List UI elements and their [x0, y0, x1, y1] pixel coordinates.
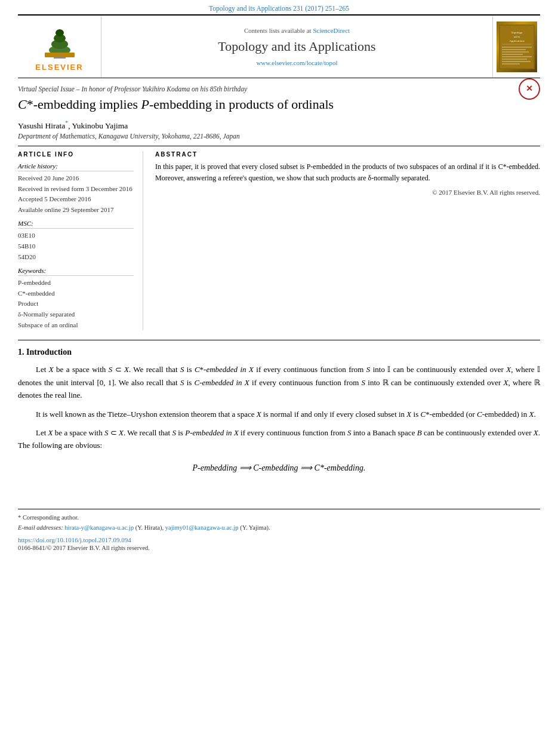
journal-title-area: Contents lists available at ScienceDirec…: [101, 16, 492, 78]
msc-code-2: 54B10: [18, 241, 134, 252]
available-date: Available online 29 September 2017: [18, 205, 134, 216]
svg-text:Topology: Topology: [511, 31, 523, 34]
affiliation-text: Department of Mathematics, Kanagawa Univ…: [18, 133, 540, 140]
elsevier-brand-text: ELSEVIER: [35, 63, 83, 72]
article-info-column: ARTICLE INFO Article history: Received 2…: [18, 151, 143, 330]
svg-rect-18: [502, 56, 532, 57]
contents-available-text: Contents lists available at ScienceDirec…: [113, 27, 480, 34]
email-1-name: (Y. Hirata),: [135, 524, 164, 531]
keyword-1: P-embedded: [18, 278, 134, 288]
received-revised-date: Received in revised form 3 December 2016: [18, 184, 134, 195]
special-issue-notice: Virtual Special Issue – In honor of Prof…: [18, 85, 540, 93]
journal-ref-text: Topology and its Applications 231 (2017)…: [209, 5, 349, 12]
email-2[interactable]: yajimy01@kanagawa-u.ac.jp: [165, 524, 239, 531]
svg-rect-17: [502, 54, 523, 55]
crossmark-icon: ✕: [519, 78, 540, 100]
contents-text: Contents lists available at: [244, 27, 312, 34]
svg-rect-20: [502, 61, 531, 62]
abstract-text: In this paper, it is proved that every c…: [155, 161, 540, 184]
journal-reference: Topology and its Applications 231 (2017)…: [0, 0, 558, 14]
svg-rect-19: [502, 59, 527, 60]
corresponding-author-note: * Corresponding author.: [18, 513, 540, 523]
email-2-name: (Y. Yajima).: [240, 524, 270, 531]
keyword-3: Product: [18, 299, 134, 309]
section-divider: [18, 340, 540, 340]
article-info-label: ARTICLE INFO: [18, 151, 134, 158]
keyword-4: δ-Normally separated: [18, 309, 134, 320]
journal-cover-thumbnail: Topology and its Applications: [497, 21, 537, 72]
header-divider: [18, 146, 540, 146]
embedding-formula: P-embedding ⟹ C-embedding ⟹ C*-embedding…: [18, 463, 540, 473]
main-content: Virtual Special Issue – In honor of Prof…: [18, 78, 540, 491]
svg-text:Applications: Applications: [509, 39, 525, 42]
info-abstract-columns: ARTICLE INFO Article history: Received 2…: [18, 151, 540, 330]
elsevier-tree-icon: [33, 21, 87, 60]
sciencedirect-link[interactable]: ScienceDirect: [313, 27, 350, 34]
svg-rect-15: [502, 49, 526, 50]
svg-rect-21: [502, 63, 520, 64]
keywords-label: Keywords:: [18, 267, 134, 276]
issn-text: 0166-8641/© 2017 Elsevier B.V. All right…: [18, 545, 540, 551]
email-1[interactable]: hirata-y@kanagawa-u.ac.jp: [64, 524, 134, 531]
journal-header: ELSEVIER Contents lists available at Sci…: [18, 14, 540, 78]
doi-link[interactable]: https://doi.org/10.1016/j.topol.2017.09.…: [18, 536, 540, 543]
abstract-label: ABSTRACT: [155, 151, 540, 158]
msc-label: MSC:: [18, 220, 134, 229]
corresponding-text: * Corresponding author.: [18, 514, 79, 521]
msc-code-3: 54D20: [18, 252, 134, 263]
intro-heading: 1. Introduction: [18, 348, 540, 357]
svg-point-5: [56, 29, 64, 36]
journal-cover-svg: Topology and its Applications: [499, 24, 535, 69]
keyword-2: C*-embedded: [18, 288, 134, 299]
svg-rect-14: [502, 47, 532, 48]
received-date: Received 20 June 2016: [18, 173, 134, 184]
intro-para-3: Let X be a space with S ⊂ X. We recall t…: [18, 426, 540, 452]
footer-area: * Corresponding author. E-mail addresses…: [18, 509, 540, 552]
elsevier-logo-area: ELSEVIER: [18, 16, 101, 78]
svg-text:and its: and its: [513, 35, 520, 38]
keyword-5: Subspace of an ordinal: [18, 320, 134, 331]
authors-line: Yasushi Hirata*, Yukinobu Yajima: [18, 119, 540, 131]
article-history-label: Article history:: [18, 162, 134, 171]
paper-title: C*-embedding implies P-embedding in prod…: [18, 96, 540, 113]
msc-code-1: 03E10: [18, 231, 134, 241]
journal-thumbnail-area: Topology and its Applications: [492, 16, 540, 78]
email-label: E-mail addresses:: [18, 524, 63, 531]
abstract-column: ABSTRACT In this paper, it is proved tha…: [155, 151, 540, 330]
crossmark-badge: ✕: [519, 78, 540, 100]
accepted-date: Accepted 5 December 2016: [18, 194, 134, 205]
intro-para-2: It is well known as the Tietze–Uryshon e…: [18, 408, 540, 420]
journal-url-text: www.elsevier.com/locate/topol: [113, 59, 480, 66]
intro-para-1: Let X be a space with S ⊂ X. We recall t…: [18, 363, 540, 401]
elsevier-logo: ELSEVIER: [33, 21, 87, 72]
email-addresses: E-mail addresses: hirata-y@kanagawa-u.ac…: [18, 523, 540, 533]
svg-rect-16: [502, 51, 529, 53]
journal-title-text: Topology and its Applications: [113, 39, 480, 54]
author-star: *: [65, 119, 68, 126]
copyright-text: © 2017 Elsevier B.V. All rights reserved…: [155, 189, 540, 196]
